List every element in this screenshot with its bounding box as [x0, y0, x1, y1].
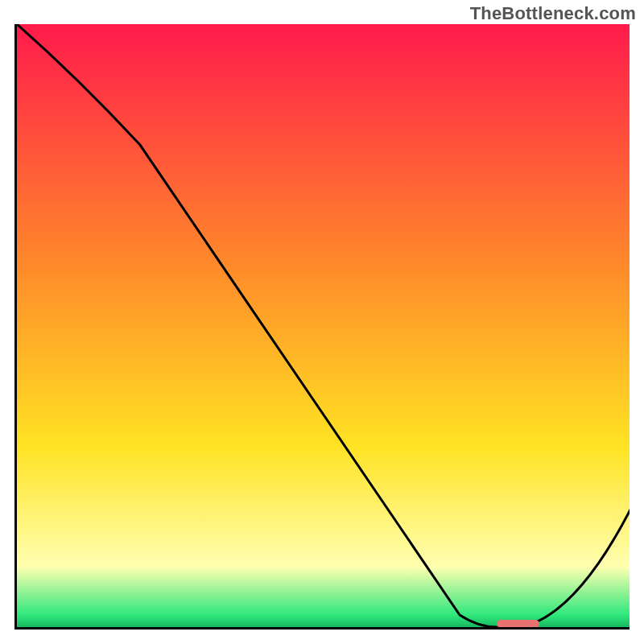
bottleneck-curve — [17, 24, 630, 630]
chart-container: TheBottleneck.com — [0, 0, 644, 644]
watermark-text: TheBottleneck.com — [470, 3, 636, 24]
plot-area — [14, 24, 630, 630]
optimal-marker — [497, 620, 539, 628]
